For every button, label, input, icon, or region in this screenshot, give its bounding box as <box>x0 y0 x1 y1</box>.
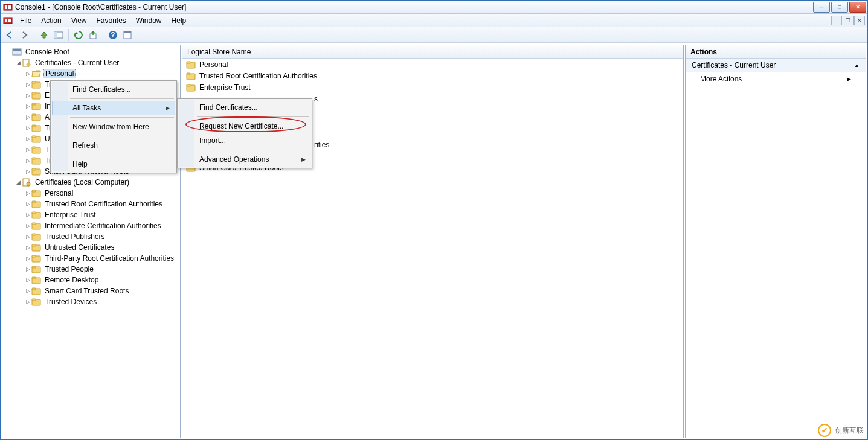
ctx-new-window[interactable]: New Window from Here <box>52 120 175 134</box>
separator <box>197 116 309 117</box>
folder-icon <box>186 83 196 92</box>
separator <box>70 98 174 99</box>
folder-icon <box>186 60 196 69</box>
ctx-find-certificates[interactable]: Find Certificates... <box>52 82 175 97</box>
list-item[interactable]: Personal <box>182 59 683 70</box>
menu-action[interactable]: Action <box>36 15 66 26</box>
folder-open-icon <box>31 69 41 78</box>
menu-window[interactable]: Window <box>131 15 167 26</box>
actions-pane: Actions Certificates - Current User ▲ Mo… <box>685 45 866 438</box>
tree-node[interactable]: ▷Trusted People <box>22 264 180 275</box>
separator <box>68 29 69 41</box>
cert-icon <box>22 58 31 68</box>
separator <box>70 117 174 118</box>
ctx-advanced-operations[interactable]: Advanced Operations▶ <box>179 152 310 167</box>
watermark: ✔ 创新互联 <box>818 424 864 437</box>
tree-node[interactable]: ▷Trusted Publishers <box>22 231 180 242</box>
ctx-help[interactable]: Help <box>52 157 175 171</box>
menu-view[interactable]: View <box>66 15 92 26</box>
separator <box>34 29 34 41</box>
list-header[interactable]: Logical Store Name <box>182 45 683 59</box>
menu-favorites[interactable]: Favorites <box>92 15 131 26</box>
submenu-arrow-icon: ▶ <box>301 156 306 162</box>
menu-file[interactable]: File <box>15 15 36 26</box>
tree-node-cert-current-user[interactable]: ◢ Certificates - Current User <box>12 57 180 68</box>
tree-node-console-root[interactable]: ▸ Console Root <box>2 46 180 57</box>
list-item[interactable]: Trusted Root Certification Authorities <box>182 70 683 81</box>
window-title: Console1 - [Console Root\Certificates - … <box>15 3 813 11</box>
actions-section[interactable]: Certificates - Current User ▲ <box>686 59 866 72</box>
tree-node[interactable]: ▷Third-Party Root Certification Authorit… <box>22 253 180 264</box>
ctx-request-new-certificate[interactable]: Request New Certificate... <box>179 119 310 133</box>
mdi-close-button[interactable]: ✕ <box>854 16 865 25</box>
tree-node[interactable]: ▷Trusted Root Certification Authorities <box>22 199 180 209</box>
toolbar <box>1 27 867 43</box>
mdi-restore-button[interactable]: ❐ <box>843 16 854 25</box>
separator <box>70 136 174 136</box>
ctx-refresh[interactable]: Refresh <box>52 138 175 153</box>
close-button[interactable]: ✕ <box>849 2 866 13</box>
minimize-button[interactable]: ─ <box>813 2 830 13</box>
collapse-icon[interactable]: ◢ <box>14 59 22 66</box>
separator <box>70 155 174 155</box>
help-button[interactable] <box>106 28 120 42</box>
list-item[interactable]: Enterprise Trust <box>182 81 683 93</box>
collapse-icon[interactable]: ▲ <box>854 62 860 68</box>
tree-node[interactable]: ▷Smart Card Trusted Roots <box>22 285 180 296</box>
show-hide-tree-button[interactable] <box>52 28 65 42</box>
collapse-icon[interactable]: ◢ <box>14 179 22 186</box>
separator <box>197 150 309 150</box>
submenu-arrow-icon: ▶ <box>166 105 170 111</box>
tree-node[interactable]: ▷Intermediate Certification Authorities <box>22 220 180 231</box>
up-button[interactable] <box>37 28 51 42</box>
menu-help[interactable]: Help <box>167 15 191 26</box>
doc-icon <box>3 16 13 25</box>
properties-button[interactable] <box>121 28 134 42</box>
ctx-all-tasks[interactable]: All Tasks▶ <box>52 101 175 115</box>
back-button[interactable] <box>3 28 16 42</box>
ctx-import[interactable]: Import... <box>179 133 310 148</box>
watermark-icon: ✔ <box>818 424 831 437</box>
mmc-icon <box>3 2 13 12</box>
actions-more[interactable]: More Actions ▶ <box>686 72 866 86</box>
tree-node[interactable]: ▷Enterprise Trust <box>22 209 180 220</box>
column-blank[interactable] <box>448 45 683 58</box>
context-submenu: Find Certificates... Request New Certifi… <box>177 98 312 168</box>
console-icon <box>12 47 22 57</box>
tree-node-personal[interactable]: ▷ Personal <box>22 68 180 79</box>
cert-icon <box>22 177 31 187</box>
forward-button[interactable] <box>18 28 31 42</box>
maximize-button[interactable]: □ <box>831 2 848 13</box>
expand-icon[interactable]: ▷ <box>24 70 31 77</box>
actions-header: Actions <box>686 45 866 59</box>
tree-node[interactable]: ▷Remote Desktop <box>22 275 180 285</box>
folder-icon <box>186 71 196 81</box>
tree-node-cert-local-computer[interactable]: ◢ Certificates (Local Computer) <box>12 177 180 188</box>
column-logical-store-name[interactable]: Logical Store Name <box>182 45 448 58</box>
refresh-button[interactable] <box>72 28 85 42</box>
context-menu: Find Certificates... All Tasks▶ New Wind… <box>50 80 177 173</box>
export-button[interactable] <box>86 28 100 42</box>
titlebar: Console1 - [Console Root\Certificates - … <box>1 1 867 14</box>
tree-node[interactable]: ▷Personal <box>22 188 180 199</box>
ctx-find-certificates[interactable]: Find Certificates... <box>179 100 310 115</box>
tree-node[interactable]: ▷Untrusted Certificates <box>22 242 180 253</box>
mdi-minimize-button[interactable]: ─ <box>831 16 842 25</box>
menubar: File Action View Favorites Window Help ─… <box>1 14 867 27</box>
separator <box>103 29 103 41</box>
submenu-arrow-icon: ▶ <box>847 76 851 82</box>
tree-node[interactable]: ▷Trusted Devices <box>22 296 180 307</box>
mmc-window: Console1 - [Console Root\Certificates - … <box>0 0 868 440</box>
